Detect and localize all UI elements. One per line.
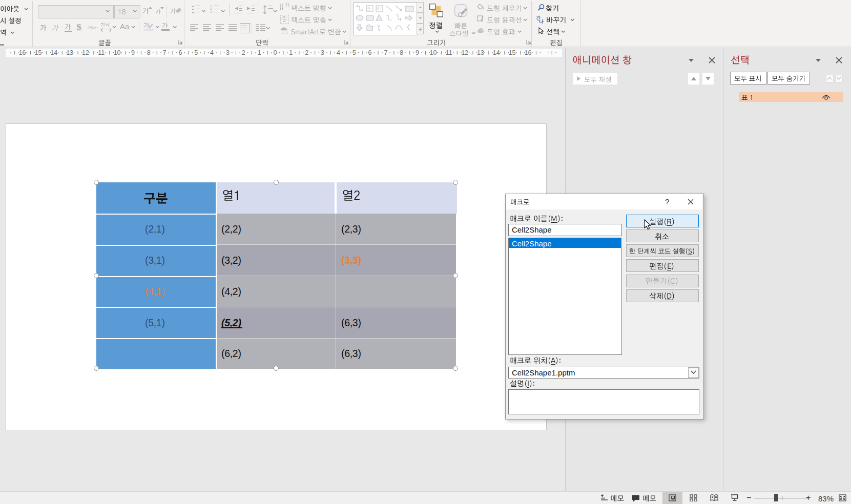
svg-text:1: 1 xyxy=(258,49,261,56)
svg-text:7: 7 xyxy=(384,49,387,56)
svg-text:10: 10 xyxy=(114,49,121,56)
svg-text:16: 16 xyxy=(524,49,531,56)
svg-text:15: 15 xyxy=(509,49,516,56)
svg-text:8: 8 xyxy=(400,49,403,56)
svg-text:16: 16 xyxy=(19,49,26,56)
svg-text:14: 14 xyxy=(493,49,500,56)
svg-text:15: 15 xyxy=(34,49,41,56)
svg-text:14: 14 xyxy=(50,49,57,56)
svg-text:0: 0 xyxy=(274,49,277,56)
svg-text:5: 5 xyxy=(194,49,198,56)
svg-text:9: 9 xyxy=(131,49,135,56)
svg-text:9: 9 xyxy=(416,49,419,56)
svg-text:2: 2 xyxy=(242,49,245,56)
svg-text:4: 4 xyxy=(210,49,214,56)
svg-text:6: 6 xyxy=(368,49,372,56)
svg-text:6: 6 xyxy=(179,49,182,56)
svg-text:12: 12 xyxy=(82,49,89,56)
svg-text:13: 13 xyxy=(477,49,484,56)
svg-text:11: 11 xyxy=(446,49,452,56)
svg-text:1: 1 xyxy=(289,49,293,56)
svg-text:3: 3 xyxy=(226,49,230,56)
svg-text:12: 12 xyxy=(461,49,468,56)
svg-text:10: 10 xyxy=(429,49,437,56)
svg-text:4: 4 xyxy=(337,49,340,56)
svg-text:8: 8 xyxy=(147,49,151,56)
svg-text:2: 2 xyxy=(305,49,308,56)
svg-text:7: 7 xyxy=(163,49,167,56)
svg-text:13: 13 xyxy=(66,49,73,56)
svg-text:5: 5 xyxy=(352,49,356,56)
svg-text:3: 3 xyxy=(321,49,324,56)
svg-text:11: 11 xyxy=(98,49,105,56)
